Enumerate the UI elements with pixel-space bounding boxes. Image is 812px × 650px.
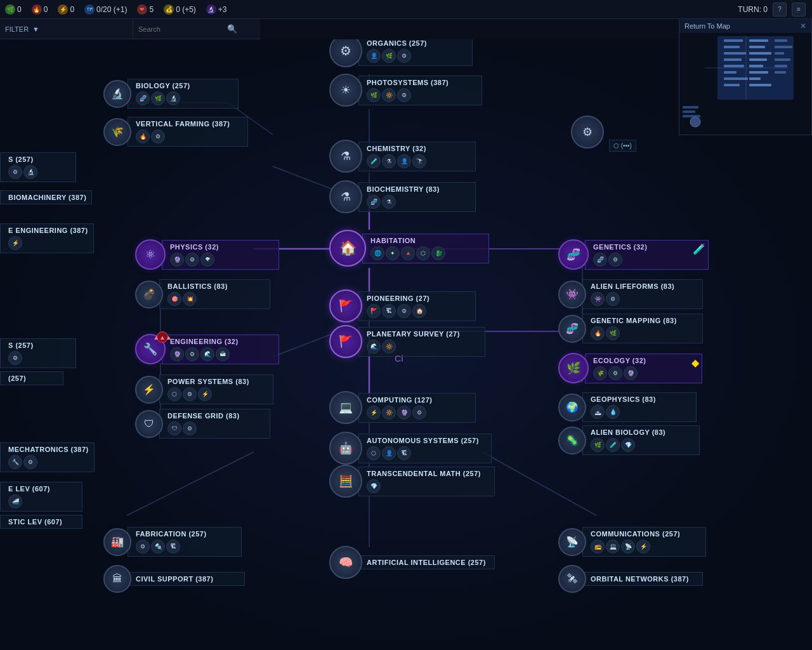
resource-fire: 🔥 0 [27,4,53,15]
genetics-icon: 🧬 [558,239,589,270]
top-right-value: (•••) [621,142,632,149]
tech-icon: 📡 [621,540,635,554]
return-map-label[interactable]: Return To Map [684,22,730,30]
tech-alien-lifeforms[interactable]: 👾 ALIEN LIFEFORMS (83) 👾 ⚙ [558,279,703,309]
tech-icon: 🌿 [382,49,396,63]
chemistry-icon: ⚗ [329,140,362,173]
fabrication-label: FABRICATION (257) [136,530,236,538]
power-value: 0 [70,5,74,14]
tech-communications[interactable]: 📡 COMMUNICATIONS (257) 📻 💻 📡 ⚡ [558,527,706,557]
tech-icon: 🌪 [200,253,214,267]
tech-icon: 🎯 [167,292,181,306]
tech-organics[interactable]: ⚙ ORGANICS (257) 👤 🌿 ⚙ [329,39,473,67]
tech-pioneering[interactable]: 🚩 PIONEERING (27) 🚩 🏗 ⚙ 🏠 [329,289,476,322]
svg-rect-24 [775,71,786,74]
svg-rect-12 [749,46,765,48]
research-value: +3 [218,5,227,14]
minimap-canvas [679,33,811,135]
turn-info: TURN: 0 ? ≡ [738,3,812,17]
physics-label: PHYSICS (32) [170,243,273,251]
svg-line-52 [127,452,254,515]
tech-ballistics[interactable]: 💣 BALLISTICS (83) 🎯 💥 [135,279,270,309]
tech-habitation[interactable]: 🏠 HABITATION 🌐 ✦ 🔺 ⬡ 🐉 [329,230,489,267]
genetics-badge: 🧪 [693,243,705,255]
biology-icon: 🔬 [103,80,131,108]
filter-button[interactable]: FILTER ▼ [5,25,39,33]
tech-icon: ✦ [386,246,400,260]
tech-defense-grid[interactable]: 🛡 DEFENSE GRID (83) 🛡 ⚙ [135,409,270,439]
tech-fabrication[interactable]: 🏭 FABRICATION (257) ⚙ 🔩 🏗 [103,527,242,557]
orbital-networks-icon: 🛰 [558,565,586,593]
tech-icon: 🌊 [367,340,381,354]
tech-s257b-label: S (257) [8,342,70,349]
tech-transcendental[interactable]: 🧮 TRANSCENDENTAL MATH (257) 💎 [329,465,495,498]
physics-icon: ⚛ [135,239,166,270]
genetics-label: GENETICS (32) [593,243,703,251]
habitation-label: HABITATION [370,237,483,244]
genetic-mapping-label: GENETIC MAPPING (83) [591,317,697,324]
tech-icon: 🔆 [382,406,396,420]
tech-biochemistry[interactable]: ⚗ BIOCHEMISTRY (83) 🧬 ⚗ [329,180,476,213]
tech-biomachinery-label: BIOMACHINERY (387) [8,194,86,201]
chevron-down-icon: ▼ [32,25,39,33]
tech-civil-support[interactable]: 🏛 CIVIL SUPPORT (387) [103,565,245,593]
tech-geophysics[interactable]: 🌍 GEOPHYSICS (83) 🗻 💧 [558,392,697,422]
tech-power-systems[interactable]: ⚡ POWER SYSTEMS (83) ⬡ ⚙ ⚡ [135,375,273,404]
tech-biology[interactable]: 🔬 BIOLOGY (257) 🧬 🌿 🔬 [103,79,239,109]
tech-icon: 🔆 [382,88,396,102]
tech-engineering[interactable]: 🔧 ▲▲▲ ENGINEERING (32) 🔮 ⚙ 🌊 🏔 [135,334,279,364]
tech-s257[interactable]: S (257) ⚙ 🔬 [0,152,76,182]
tech-icon: 🛡 [167,421,181,435]
tech-e-engineering[interactable]: E ENGINEERING (387) ⚡ [0,223,94,253]
tech-icon: ⚙ [185,253,199,267]
tech-genetics[interactable]: 🧬 GENETICS (32) 🧬 ⚙ 🧪 [558,239,709,270]
tech-alien-biology[interactable]: 🦠 ALIEN BIOLOGY (83) 🌿 🧪 💎 [558,425,700,455]
tech-elastic-lev[interactable]: STIC LEV (607) [0,515,82,529]
ci-text: Ci [395,354,403,364]
minimap-header[interactable]: Return To Map ✕ [679,19,811,33]
ai-label: ARTIFICIAL INTELLIGENCE (257) [367,559,489,566]
svg-rect-21 [775,52,784,55]
tech-photosystems[interactable]: ☀ PHOTOSYSTEMS (387) 🌿 🔆 ⚙ [329,74,482,107]
tech-planetary-survey[interactable]: 🚩 PLANETARY SURVEY (27) 🌊 🔆 [329,325,485,358]
computing-label: COMPUTING (127) [367,396,470,404]
tech-icon: ⚗ [382,154,396,168]
alien-biology-icon: 🦠 [558,427,586,454]
tech-autonomous[interactable]: 🤖 AUTONOMOUS SYSTEMS (257) ⬡ 👤 🏗 [329,432,492,465]
ecology-badge: ◆ [691,357,699,369]
tech-s257b[interactable]: S (257) ⚙ [0,338,76,368]
tech-mechatronics[interactable]: MECHATRONICS (387) 🔧 ⚙ [0,442,95,472]
fabrication-icon: 🏭 [103,528,131,556]
tech-icon: 🔮 [170,253,184,267]
tech-mag-lev-label: E LEV (607) [8,485,77,493]
tech-vertical-farming[interactable]: 🌾 VERTICAL FARMING (387) 🔥 ⚙ [103,117,248,147]
engineering-icon: 🔧 ▲▲▲ [135,334,166,364]
tech-top-right[interactable]: ⚙ [571,116,604,149]
tech-ai[interactable]: 🧠 ARTIFICIAL INTELLIGENCE (257) [329,546,495,579]
tech-icon: ⚗ [382,195,396,209]
tech-ecology[interactable]: 🌿 ECOLOGY (32) 🌾 ⚙ 🔮 ◆ [558,353,702,383]
svg-rect-15 [749,65,763,67]
search-input[interactable] [138,25,227,33]
tech-x257[interactable]: (257) [0,371,63,385]
tech-icon: ⚙ [185,347,199,361]
tech-mag-lev[interactable]: E LEV (607) 🚄 [0,482,82,512]
tech-icon: 🚄 [8,494,22,508]
menu-button[interactable]: ≡ [792,3,806,17]
tech-computing[interactable]: 💻 COMPUTING (127) ⚡ 🔆 🔮 ⚙ [329,391,476,424]
svg-rect-20 [775,46,792,48]
close-icon[interactable]: ✕ [800,22,806,30]
tech-physics[interactable]: ⚛ PHYSICS (32) 🔮 ⚙ 🌪 [135,239,279,270]
tech-icon: 🏔 [216,347,230,361]
tech-genetic-mapping[interactable]: 🧬 GENETIC MAPPING (83) 🔥 🌿 [558,314,703,343]
tech-orbital-networks[interactable]: 🛰 ORBITAL NETWORKS (387) [558,565,703,593]
tech-icon: ⚙ [183,387,197,401]
help-button[interactable]: ? [773,3,787,17]
resource-health: ❤ 5 [132,4,159,15]
tech-chemistry[interactable]: ⚗ CHEMISTRY (32) 🧪 ⚗ 👤 🔭 [329,140,476,173]
research-icon: 🔬 [206,4,216,15]
tech-biomachinery[interactable]: BIOMACHINERY (387) [0,190,92,204]
svg-rect-3 [724,39,743,42]
power-systems-icon: ⚡ [135,376,163,404]
alien-lifeforms-label: ALIEN LIFEFORMS (83) [591,282,697,290]
